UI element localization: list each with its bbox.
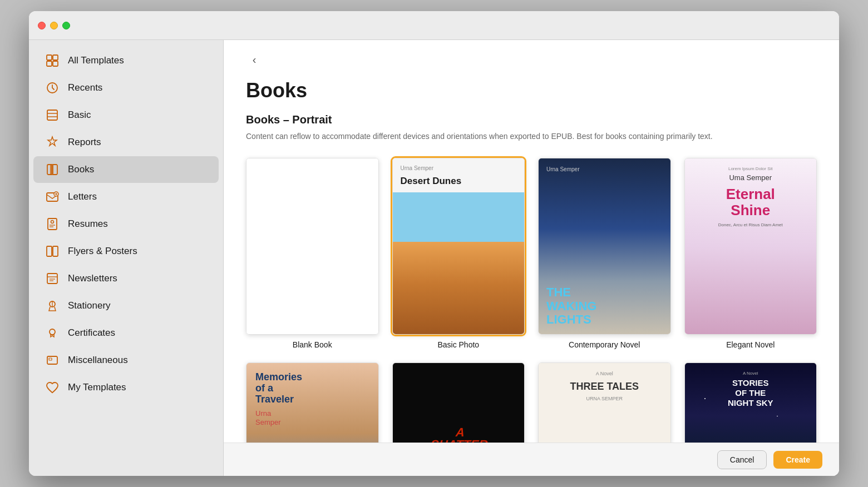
sidebar-item-basic[interactable]: Basic (33, 102, 219, 128)
template-thumb-contemporary-novel: Urna Semper THEWAKINGLIGHTS (538, 158, 671, 335)
sidebar-item-my-templates[interactable]: My Templates (33, 374, 219, 401)
app-window: All Templates Recents (29, 11, 839, 476)
basic-icon (45, 107, 60, 123)
svg-rect-28 (49, 358, 52, 360)
template-item-elegant-novel[interactable]: Lorem Ipsum Dolor Sit Uma Semper Eternal… (684, 158, 817, 349)
template-thumb-blank-book (246, 158, 379, 335)
stationery-icon (45, 298, 60, 314)
template-thumb-night-sky: A Novel STORIESOF THENIGHT SKY (684, 362, 817, 443)
template-item-three-tales[interactable]: A Novel THREE TALES URNA SEMPER (538, 362, 671, 443)
template-thumb-memories: Memoriesof aTraveler UrnaSemper (246, 362, 379, 443)
cancel-button[interactable]: Cancel (717, 450, 767, 469)
main-footer: Cancel Create (224, 443, 839, 476)
main-panel: ‹ Books Books – Portrait Content can ref… (224, 40, 839, 476)
template-thumb-shatter: ASHATTERIN THEDARK (392, 362, 525, 443)
sidebar-item-miscellaneous[interactable]: Miscellaneous (33, 347, 219, 374)
create-button[interactable]: Create (773, 451, 822, 469)
books-icon (45, 162, 60, 177)
main-scroll-area: Books – Portrait Content can reflow to a… (224, 102, 839, 443)
svg-rect-0 (47, 55, 52, 60)
svg-rect-20 (47, 274, 57, 284)
flyers-posters-icon (45, 244, 60, 259)
page-title: Books (224, 73, 839, 102)
sidebar-label-all-templates: All Templates (68, 55, 124, 66)
resumes-icon (45, 216, 60, 232)
section-desc: Content can reflow to accommodate differ… (246, 131, 817, 142)
sidebar-label-letters: Letters (68, 191, 97, 202)
svg-rect-2 (47, 61, 52, 66)
back-button[interactable]: ‹ (246, 51, 263, 68)
template-item-memories[interactable]: Memoriesof aTraveler UrnaSemper Memories… (246, 362, 379, 443)
sidebar-item-reports[interactable]: Reports (33, 129, 219, 156)
template-name-basic-photo: Basic Photo (437, 340, 479, 349)
sidebar-item-stationery[interactable]: Stationery (33, 292, 219, 319)
templates-grid-row1: Blank Book Urna Semper Desert Dunes Basi… (246, 158, 817, 349)
sidebar-label-certificates: Certificates (68, 327, 115, 339)
sidebar: All Templates Recents (29, 40, 224, 476)
template-thumb-three-tales: A Novel THREE TALES URNA SEMPER (538, 362, 671, 443)
sidebar-item-resumes[interactable]: Resumes (33, 211, 219, 237)
sidebar-label-reports: Reports (68, 137, 101, 148)
template-item-night-sky[interactable]: A Novel STORIESOF THENIGHT SKY (684, 362, 817, 443)
template-item-blank-book[interactable]: Blank Book (246, 158, 379, 349)
svg-rect-5 (47, 110, 57, 120)
template-name-elegant-novel: Elegant Novel (726, 340, 775, 349)
sidebar-label-recents: Recents (68, 82, 102, 93)
recents-icon (45, 80, 60, 96)
sidebar-item-flyers-posters[interactable]: Flyers & Posters (33, 238, 219, 265)
svg-marker-8 (48, 137, 57, 146)
traffic-lights (38, 22, 70, 29)
maximize-button[interactable] (62, 22, 70, 29)
sidebar-item-letters[interactable]: Letters (33, 183, 219, 210)
sidebar-label-my-templates: My Templates (68, 382, 126, 393)
sidebar-item-all-templates[interactable]: All Templates (33, 47, 219, 74)
template-name-blank-book: Blank Book (293, 340, 332, 349)
all-templates-icon (45, 53, 60, 68)
template-item-contemporary-novel[interactable]: Urna Semper THEWAKINGLIGHTS Contemporary… (538, 158, 671, 349)
svg-rect-1 (53, 55, 58, 60)
sidebar-label-stationery: Stationery (68, 300, 111, 311)
sidebar-label-flyers-posters: Flyers & Posters (68, 246, 137, 257)
main-header: ‹ (224, 40, 839, 73)
my-templates-icon (45, 380, 60, 395)
close-button[interactable] (38, 22, 46, 29)
sidebar-item-books[interactable]: Books (33, 156, 219, 183)
reports-icon (45, 135, 60, 150)
sidebar-label-resumes: Resumes (68, 218, 108, 230)
template-item-shatter[interactable]: ASHATTERIN THEDARK A Shatter in the Dark (392, 362, 525, 443)
template-item-basic-photo[interactable]: Urna Semper Desert Dunes Basic Photo (392, 158, 525, 349)
sidebar-item-newsletters[interactable]: Newsletters (33, 265, 219, 292)
svg-rect-19 (53, 246, 58, 256)
letters-icon (45, 189, 60, 205)
sidebar-item-certificates[interactable]: Certificates (33, 320, 219, 346)
newsletters-icon (45, 271, 60, 286)
sidebar-label-miscellaneous: Miscellaneous (68, 355, 128, 366)
sidebar-item-recents[interactable]: Recents (33, 74, 219, 101)
content-area: All Templates Recents (29, 40, 839, 476)
miscellaneous-icon (45, 352, 60, 368)
templates-grid-row2: Memoriesof aTraveler UrnaSemper Memories… (246, 362, 817, 443)
svg-rect-18 (47, 246, 52, 256)
sidebar-label-newsletters: Newsletters (68, 273, 117, 284)
template-name-contemporary-novel: Contemporary Novel (569, 340, 640, 349)
sidebar-label-books: Books (68, 164, 94, 175)
sidebar-label-basic: Basic (68, 110, 91, 121)
section-title: Books – Portrait (246, 113, 817, 126)
svg-rect-3 (53, 61, 58, 66)
minimize-button[interactable] (50, 22, 58, 29)
template-thumb-elegant-novel: Lorem Ipsum Dolor Sit Uma Semper Eternal… (684, 158, 817, 335)
certificates-icon (45, 325, 60, 341)
titlebar (29, 11, 839, 40)
svg-point-15 (51, 221, 54, 223)
template-thumb-basic-photo: Urna Semper Desert Dunes (392, 158, 525, 335)
